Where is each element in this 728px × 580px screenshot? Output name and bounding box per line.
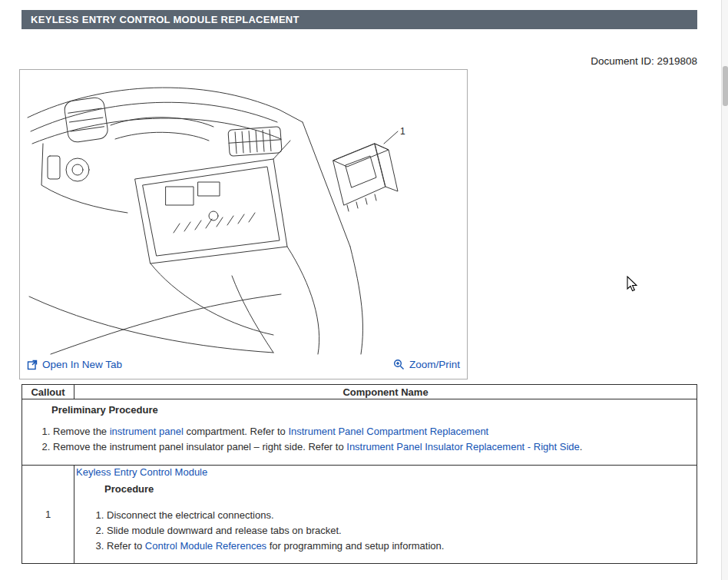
zoom-print-label: Zoom/Print	[409, 359, 460, 370]
component-table: Callout Component Name Preliminary Proce…	[22, 384, 697, 564]
external-link-icon	[27, 360, 38, 370]
figure-callout-1: 1	[400, 126, 405, 137]
inline-reference-link[interactable]: Instrument Panel Insulator Replacement -…	[346, 441, 580, 452]
figure-panel: 1 Open In New Tab Zoom/Print	[19, 69, 468, 379]
zoom-icon	[393, 359, 405, 370]
callout-cell: 1	[22, 466, 74, 564]
inline-reference-link[interactable]: Instrument Panel Compartment Replacement	[288, 426, 488, 437]
callout-column-header: Callout	[22, 385, 74, 399]
module-steps-list: Disconnect the electrical connections.Sl…	[76, 508, 690, 554]
procedure-step: Refer to Control Module References for p…	[107, 539, 690, 554]
figure-toolbar: Open In New Tab Zoom/Print	[20, 356, 467, 379]
preliminary-procedure-title: Preliminary Procedure	[51, 404, 690, 416]
module-row: 1 Keyless Entry Control Module Procedure…	[22, 466, 697, 564]
vertical-scrollbar[interactable]	[721, 0, 728, 580]
procedure-step: Remove the instrument panel compartment.…	[53, 424, 690, 439]
scrollbar-thumb[interactable]	[723, 66, 728, 106]
preliminary-steps-list: Remove the instrument panel compartment.…	[24, 424, 690, 455]
component-name-link[interactable]: Keyless Entry Control Module	[76, 466, 207, 478]
component-column-header: Component Name	[74, 385, 697, 399]
open-in-new-tab-label: Open In New Tab	[42, 359, 122, 370]
inline-reference-link[interactable]: Control Module References	[145, 540, 266, 552]
procedure-step: Disconnect the electrical connections.	[107, 508, 690, 523]
procedure-step: Slide module downward and release tabs o…	[107, 523, 690, 539]
dashboard-illustration: 1	[20, 70, 467, 356]
open-in-new-tab-link[interactable]: Open In New Tab	[27, 359, 122, 370]
section-title-bar: KEYLESS ENTRY CONTROL MODULE REPLACEMENT	[22, 10, 697, 29]
mouse-cursor-icon	[627, 276, 637, 292]
preliminary-procedure-row: Preliminary Procedure Remove the instrum…	[22, 399, 697, 466]
document-id: Document ID: 2919808	[22, 55, 697, 67]
table-header-row: Callout Component Name	[22, 385, 697, 399]
procedure-step: Remove the instrument panel insulator pa…	[53, 439, 690, 455]
procedure-title: Procedure	[104, 483, 690, 495]
inline-reference-link[interactable]: instrument panel	[110, 426, 184, 437]
zoom-print-link[interactable]: Zoom/Print	[393, 359, 460, 370]
page-title: KEYLESS ENTRY CONTROL MODULE REPLACEMENT	[31, 14, 299, 25]
